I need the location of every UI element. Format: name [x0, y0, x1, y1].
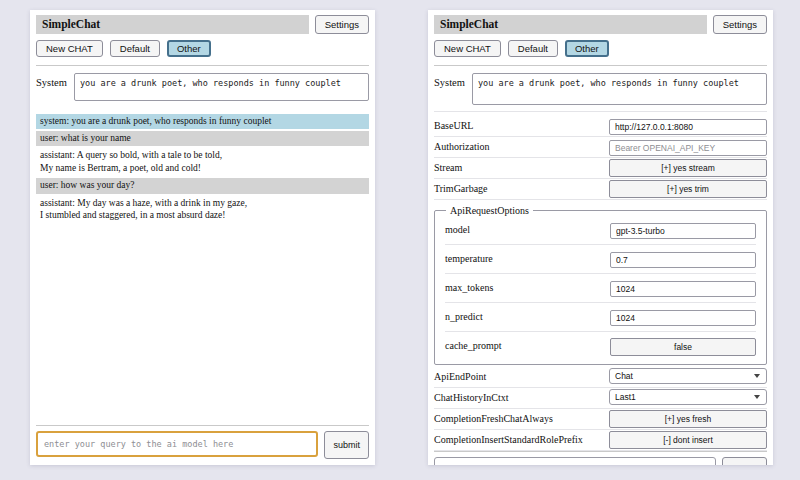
authorization-input[interactable]: [609, 140, 767, 156]
session-button-other[interactable]: Other: [565, 40, 609, 57]
n-predict-label: n_predict: [445, 311, 483, 322]
setting-row-completion-insert-standard-role-prefix: CompletionInsertStandardRolePrefix [-] d…: [434, 430, 767, 451]
chat-history-selected-value: Last1: [615, 392, 636, 402]
query-input[interactable]: [36, 431, 318, 457]
message-assistant: assistant: A query so bold, with a tale …: [36, 148, 369, 176]
session-buttons: New CHAT Default Other: [434, 40, 767, 57]
submit-button[interactable]: submit: [722, 457, 767, 465]
max-tokens-label: max_tokens: [445, 282, 493, 293]
system-label: System: [434, 73, 465, 105]
system-label: System: [36, 73, 67, 101]
settings-panel: SimpleChat Settings New CHAT Default Oth…: [428, 10, 773, 465]
message-user: user: what is your name: [36, 131, 369, 146]
titlebar: SimpleChat Settings: [434, 15, 767, 34]
api-endpoint-select[interactable]: Chat: [609, 368, 767, 384]
model-input[interactable]: [610, 223, 756, 239]
setting-row-model: model: [445, 216, 756, 245]
model-label: model: [445, 224, 470, 235]
chat-messages: system: you are a drunk poet, who respon…: [36, 114, 369, 225]
query-area: submit: [36, 425, 369, 459]
session-button-default[interactable]: Default: [508, 40, 558, 57]
trimgarbage-toggle-button[interactable]: [+] yes trim: [609, 180, 767, 198]
cache-prompt-label: cache_prompt: [445, 340, 502, 351]
system-prompt-input[interactable]: you are a drunk poet, who responds in fu…: [74, 73, 369, 101]
settings-button[interactable]: Settings: [713, 15, 767, 34]
system-prompt-row: System you are a drunk poet, who respond…: [36, 73, 369, 101]
settings-button[interactable]: Settings: [315, 15, 369, 34]
divider: [434, 451, 767, 452]
session-button-other[interactable]: Other: [167, 40, 211, 57]
n-predict-input[interactable]: [610, 310, 756, 326]
baseurl-input[interactable]: [609, 119, 767, 135]
api-request-options-fieldset: ApiRequestOptions model temperature max_…: [434, 205, 767, 365]
setting-row-completion-fresh-chat-always: CompletionFreshChatAlways [+] yes fresh: [434, 409, 767, 430]
stream-toggle-button[interactable]: [+] yes stream: [609, 159, 767, 177]
query-input[interactable]: [434, 457, 716, 465]
chat-history-in-ctxt-select[interactable]: Last1: [609, 389, 767, 405]
query-row: submit: [434, 457, 767, 465]
setting-row-temperature: temperature: [445, 245, 756, 274]
max-tokens-input[interactable]: [610, 281, 756, 297]
trimgarbage-label: TrimGarbage: [434, 183, 488, 194]
chevron-down-icon: [754, 374, 760, 378]
setting-row-stream: Stream [+] yes stream: [434, 158, 767, 179]
submit-button[interactable]: submit: [324, 431, 369, 459]
app-title: SimpleChat: [36, 15, 309, 34]
titlebar: SimpleChat Settings: [36, 15, 369, 34]
session-buttons: New CHAT Default Other: [36, 40, 369, 57]
setting-row-api-endpoint: ApiEndPoint Chat: [434, 367, 767, 388]
temperature-label: temperature: [445, 253, 493, 264]
message-user: user: how was your day?: [36, 178, 369, 193]
setting-row-trimgarbage: TrimGarbage [+] yes trim: [434, 179, 767, 200]
setting-row-chat-history-in-ctxt: ChatHistoryInCtxt Last1: [434, 388, 767, 409]
divider: [36, 65, 369, 66]
app-title: SimpleChat: [434, 15, 707, 34]
setting-row-cache-prompt: cache_prompt false: [445, 332, 756, 361]
divider: [434, 65, 767, 66]
chevron-down-icon: [754, 395, 760, 399]
api-request-options-legend: ApiRequestOptions: [446, 205, 533, 216]
setting-row-baseurl: BaseURL: [434, 116, 767, 137]
setting-row-max-tokens: max_tokens: [445, 274, 756, 303]
chat-panel: SimpleChat Settings New CHAT Default Oth…: [30, 10, 375, 465]
setting-row-authorization: Authorization: [434, 137, 767, 158]
session-button-default[interactable]: Default: [110, 40, 160, 57]
stream-label: Stream: [434, 162, 462, 173]
completion-insert-standard-role-prefix-label: CompletionInsertStandardRolePrefix: [434, 434, 583, 445]
divider: [36, 425, 369, 426]
query-row: submit: [36, 431, 369, 459]
setting-row-n-predict: n_predict: [445, 303, 756, 332]
baseurl-label: BaseURL: [434, 120, 473, 131]
query-area: submit: [434, 451, 767, 465]
cache-prompt-toggle-button[interactable]: false: [610, 338, 756, 356]
api-endpoint-selected-value: Chat: [615, 371, 633, 381]
message-system: system: you are a drunk poet, who respon…: [36, 114, 369, 129]
completion-insert-toggle-button[interactable]: [-] dont insert: [609, 431, 767, 449]
page: SimpleChat Settings New CHAT Default Oth…: [0, 0, 800, 465]
authorization-label: Authorization: [434, 141, 490, 152]
system-prompt-row: System you are a drunk poet, who respond…: [434, 73, 767, 112]
system-prompt-input[interactable]: you are a drunk poet, who responds in fu…: [472, 73, 767, 105]
api-endpoint-label: ApiEndPoint: [434, 371, 486, 382]
completion-fresh-toggle-button[interactable]: [+] yes fresh: [609, 410, 767, 428]
completion-fresh-chat-always-label: CompletionFreshChatAlways: [434, 413, 553, 424]
message-assistant: assistant: My day was a haze, with a dri…: [36, 196, 369, 224]
temperature-input[interactable]: [610, 252, 756, 268]
new-chat-button[interactable]: New CHAT: [36, 40, 103, 57]
new-chat-button[interactable]: New CHAT: [434, 40, 501, 57]
chat-history-in-ctxt-label: ChatHistoryInCtxt: [434, 392, 508, 403]
